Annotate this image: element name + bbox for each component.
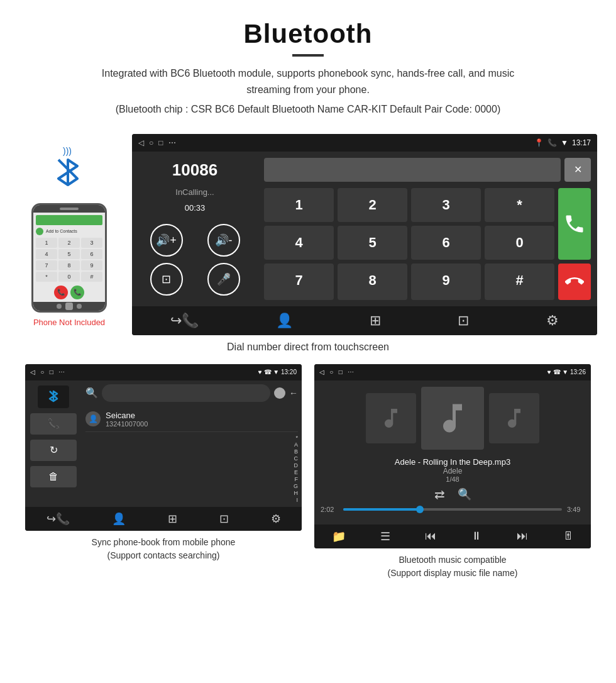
phone-screen: Add to Contacts 1 2 3 4 5 6 7 8 9 * 0 # [33,213,105,302]
music-screenshot: ◁ ○ □ ⋯ ♥ ☎ ▼ 13:26 [308,364,597,582]
dial-controls: 🔊+ 🔊- ⊡ 🎤 [141,224,249,296]
phonebook-screen: ◁ ○ □ ⋯ ♥ ☎ ▼ 13:20 📞 ↻ 🗑 [25,364,302,531]
music-folder-icon[interactable]: 📁 [332,530,346,543]
pb-call-nav[interactable]: ↪📞 [47,512,70,526]
car-bottom-nav: ↪📞 👤 ⊞ ⊡ ⚙ [132,306,597,335]
back-nav-icon[interactable]: ◁ [138,138,144,147]
page-title: Bluetooth [13,19,603,49]
music-album-left [366,393,416,443]
key-5[interactable]: 5 [338,226,407,260]
pb-bottom-nav: ↪📞 👤 ⊞ ⊡ ⚙ [25,507,302,531]
phone-bottom-bar [33,302,105,311]
phone-not-included-label: Phone Not Included [33,318,105,327]
phone-key: 3 [81,238,102,248]
dots-nav-icon[interactable]: ⋯ [168,138,176,147]
key-9[interactable]: 9 [411,264,481,300]
phone-key: 8 [58,260,80,270]
phone-key: 4 [36,249,57,259]
pb-call-btn[interactable]: 📞 [30,413,77,435]
pb-search-icon: 🔍 [85,387,98,399]
music-list-icon[interactable]: ☰ [380,530,390,543]
pb-back-arrow[interactable]: ← [289,388,298,398]
dial-status: InCalling... [175,187,214,197]
settings-nav-icon[interactable]: ⚙ [546,313,559,329]
phone-illustration: ))) Add to Contacts 1 2 3 4 [19,134,119,327]
music-body: Adele - Rolling In the Deep.mp3 Adele 1/… [314,380,591,525]
pb-delete-btn[interactable]: 🗑 [30,466,77,487]
music-controls-row: ⇄ 🔍 [434,487,471,502]
dial-right-panel: ✕ 1 2 3 * 4 5 6 0 [258,152,597,306]
pb-search-row: 🔍 ← [85,384,298,402]
music-next-icon[interactable]: ⏭ [517,530,528,543]
music-counter: 1/48 [395,475,510,483]
music-prev-icon[interactable]: ⏮ [425,530,436,543]
phone-key: 2 [58,238,80,248]
volume-up-btn[interactable]: 🔊+ [150,224,183,257]
key-0[interactable]: 0 [485,226,554,260]
phone-back-btn [57,304,62,309]
dial-timer: 00:33 [185,203,206,213]
music-note-icon-left [378,406,404,431]
bottom-screenshots: ◁ ○ □ ⋯ ♥ ☎ ▼ 13:20 📞 ↻ 🗑 [0,364,616,582]
mute-btn[interactable]: 🎤 [207,263,240,296]
key-hash[interactable]: # [485,264,554,300]
status-right: 📍 📞 ▼ 13:17 [534,138,591,147]
key-1[interactable]: 1 [264,188,334,222]
music-progress-dot [416,506,424,513]
pb-contact-name: Seicane [106,411,148,420]
key-6[interactable]: 6 [411,226,481,260]
pb-search-bar[interactable] [102,384,270,402]
key-asterisk[interactable]: * [485,188,554,222]
key-7[interactable]: 7 [264,264,334,300]
music-artist: Adele [395,467,510,475]
phone-contact-icon [36,228,43,235]
music-play-icon[interactable]: ⏸ [471,530,482,543]
volume-down-btn[interactable]: 🔊- [207,224,240,257]
music-progress-bar[interactable] [343,508,562,511]
music-title: Adele - Rolling In the Deep.mp3 [395,457,510,467]
pb-alpha-list: * A B C D E F G H I [85,432,298,503]
square-nav-icon[interactable]: □ [158,138,163,147]
pb-contact-nav[interactable]: 👤 [112,512,126,526]
music-eq-icon[interactable]: 🎚 [563,530,574,543]
bluetooth-svg [46,387,61,406]
music-search-btn[interactable]: 🔍 [458,487,471,501]
pb-settings-nav[interactable]: ⚙ [271,512,281,526]
music-status-right: ♥ ☎ ▼ 13:26 [547,369,586,375]
description-text: Integrated with BC6 Bluetooth module, su… [88,65,528,97]
music-progress-fill [343,508,420,511]
pb-contact-phone: 13241007000 [106,420,148,428]
dial-screen: 10086 InCalling... 00:33 🔊+ 🔊- ⊡ 🎤 ✕ 1 [132,152,597,306]
end-call-btn: 📞 [54,286,68,299]
phonebook-caption: Sync phone-book from mobile phone (Suppo… [85,531,242,565]
backspace-btn[interactable]: ✕ [564,158,591,182]
dial-input-box[interactable] [264,158,561,182]
call-transfer-nav-icon[interactable]: ↪📞 [170,313,199,329]
shuffle-btn[interactable]: ⇄ [434,487,445,502]
keypad-nav-icon[interactable]: ⊞ [370,313,381,329]
phone-key: 1 [36,238,57,248]
call-button[interactable] [558,188,591,260]
music-progress-row: 2:02 3:49 [321,506,585,513]
pb-status-bar: ◁ ○ □ ⋯ ♥ ☎ ▼ 13:20 [25,364,302,380]
home-nav-icon[interactable]: ○ [149,138,153,147]
pb-sync-btn[interactable]: ↻ [30,440,77,461]
end-call-button[interactable] [558,264,591,300]
pb-grid-nav[interactable]: ⊞ [168,512,177,526]
transfer2-nav-icon[interactable]: ⊡ [458,313,469,329]
pb-contact-avatar: 👤 [85,411,101,426]
call-icon [563,213,586,235]
key-2[interactable]: 2 [338,188,407,222]
contact-nav-icon[interactable]: 👤 [276,313,293,329]
music-note-icon-right [502,406,527,431]
key-3[interactable]: 3 [411,188,481,222]
phone-dialpad: 1 2 3 4 5 6 7 8 9 * 0 # [36,238,102,282]
car-screen: ◁ ○ □ ⋯ 📍 📞 ▼ 13:17 10086 InCalling... 0… [132,134,597,335]
pb-scroll-dot [274,387,285,399]
pb-transfer-nav[interactable]: ⊡ [219,512,229,526]
phone-key: 9 [81,260,102,270]
key-4[interactable]: 4 [264,226,334,260]
transfer-btn[interactable]: ⊡ [150,263,183,296]
key-8[interactable]: 8 [338,264,407,300]
pb-body: 📞 ↻ 🗑 🔍 ← 👤 Seicane [25,380,302,507]
